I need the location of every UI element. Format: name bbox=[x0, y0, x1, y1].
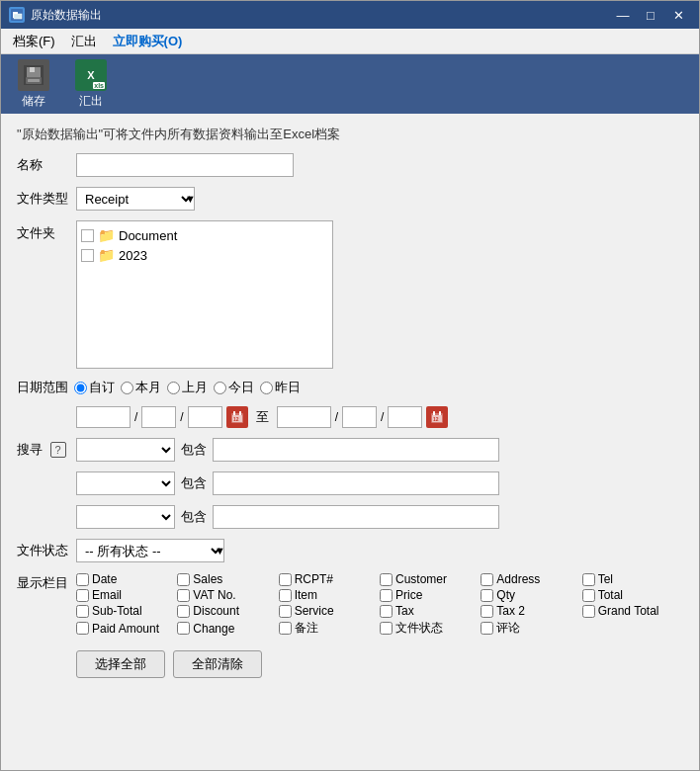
tree-item-2023[interactable]: 📁 2023 bbox=[81, 245, 328, 265]
export-label: 汇出 bbox=[79, 93, 103, 110]
col-discount[interactable]: Discount bbox=[177, 604, 278, 618]
col-rcpt-check[interactable] bbox=[279, 573, 292, 586]
radio-last-month[interactable]: 上月 bbox=[167, 379, 208, 396]
col-vat[interactable]: VAT No. bbox=[177, 588, 278, 602]
save-button[interactable]: 储存 bbox=[9, 59, 58, 110]
search-input-3[interactable] bbox=[213, 505, 499, 529]
col-address[interactable]: Address bbox=[481, 572, 581, 586]
help-badge[interactable]: ? bbox=[50, 442, 66, 458]
close-button[interactable]: ✕ bbox=[665, 5, 691, 25]
col-vat-label: VAT No. bbox=[193, 588, 235, 602]
search-dropdown-3[interactable] bbox=[76, 505, 175, 529]
col-qty-check[interactable] bbox=[481, 589, 493, 602]
col-price-check[interactable] bbox=[380, 589, 393, 602]
minimize-button[interactable]: — bbox=[610, 5, 636, 25]
col-change[interactable]: Change bbox=[177, 620, 278, 637]
radio-custom[interactable]: 自订 bbox=[74, 379, 115, 396]
file-type-select[interactable]: Receipt Invoice Order Quote bbox=[76, 187, 195, 211]
date-from-calendar-button[interactable]: 12 bbox=[226, 406, 248, 428]
date-to-year[interactable] bbox=[277, 406, 331, 428]
col-qty-label: Qty bbox=[496, 588, 515, 602]
col-service-check[interactable] bbox=[279, 605, 292, 618]
col-total-check[interactable] bbox=[582, 589, 595, 602]
col-review-check[interactable] bbox=[481, 622, 493, 635]
col-email-check[interactable] bbox=[76, 589, 89, 602]
radio-yesterday[interactable]: 昨日 bbox=[260, 379, 301, 396]
search-input-1[interactable] bbox=[213, 438, 499, 462]
col-service[interactable]: Service bbox=[279, 604, 380, 618]
radio-this-month-input[interactable] bbox=[121, 382, 133, 394]
col-sales-check[interactable] bbox=[177, 573, 190, 586]
file-status-select[interactable]: -- 所有状态 -- 已完成 待处理 已取消 bbox=[76, 539, 224, 562]
col-review[interactable]: 评论 bbox=[481, 620, 581, 637]
radio-this-month[interactable]: 本月 bbox=[121, 379, 161, 396]
col-email[interactable]: Email bbox=[76, 588, 177, 602]
menu-file[interactable]: 档案(F) bbox=[5, 31, 63, 52]
select-all-button[interactable]: 选择全部 bbox=[76, 650, 165, 678]
date-from-day[interactable] bbox=[188, 406, 222, 428]
col-remarks-check[interactable] bbox=[279, 622, 292, 635]
calendar-icon-from: 12 bbox=[231, 411, 243, 423]
date-to-calendar-button[interactable]: 12 bbox=[426, 406, 448, 428]
menu-buy[interactable]: 立即购买(O) bbox=[105, 31, 191, 52]
col-item[interactable]: Item bbox=[279, 588, 380, 602]
col-qty[interactable]: Qty bbox=[481, 588, 581, 602]
col-sub-total[interactable]: Sub-Total bbox=[76, 604, 177, 618]
name-input[interactable] bbox=[76, 153, 294, 177]
col-vat-check[interactable] bbox=[177, 589, 190, 602]
col-date-check[interactable] bbox=[76, 573, 89, 586]
radio-today-input[interactable] bbox=[214, 382, 226, 394]
search-dropdown-1[interactable] bbox=[76, 438, 175, 462]
tree-item-document[interactable]: 📁 Document bbox=[81, 225, 328, 245]
radio-last-month-label: 上月 bbox=[182, 379, 208, 396]
search-main-label: 搜寻 ? bbox=[17, 441, 68, 459]
col-grand-total[interactable]: Grand Total bbox=[582, 604, 683, 618]
col-total[interactable]: Total bbox=[582, 588, 683, 602]
col-paid-amount[interactable]: Paid Amount bbox=[76, 620, 177, 637]
col-rcpt[interactable]: RCPT# bbox=[279, 572, 380, 586]
col-remarks[interactable]: 备注 bbox=[279, 620, 380, 637]
date-to-month[interactable] bbox=[342, 406, 377, 428]
col-review-label: 评论 bbox=[496, 620, 520, 637]
col-email-label: Email bbox=[92, 588, 122, 602]
col-tax2[interactable]: Tax 2 bbox=[481, 604, 581, 618]
col-sub-total-check[interactable] bbox=[76, 605, 89, 618]
col-sales[interactable]: Sales bbox=[177, 572, 278, 586]
col-tel-check[interactable] bbox=[582, 573, 595, 586]
tree-checkbox-document[interactable] bbox=[81, 229, 94, 242]
export-toolbar-button[interactable]: X 汇出 bbox=[66, 59, 116, 110]
radio-custom-input[interactable] bbox=[74, 382, 87, 394]
svg-rect-10 bbox=[233, 411, 235, 415]
menu-export[interactable]: 汇出 bbox=[63, 31, 105, 52]
search-dropdown-2[interactable] bbox=[76, 471, 175, 495]
radio-last-month-input[interactable] bbox=[167, 382, 180, 394]
date-to-text: 至 bbox=[256, 408, 269, 426]
title-bar: 原始数据输出 — □ ✕ bbox=[1, 1, 699, 29]
col-change-check[interactable] bbox=[177, 622, 190, 635]
col-customer-check[interactable] bbox=[380, 573, 393, 586]
date-to-day[interactable] bbox=[388, 406, 422, 428]
col-item-check[interactable] bbox=[279, 589, 292, 602]
date-from-month[interactable] bbox=[141, 406, 176, 428]
col-discount-check[interactable] bbox=[177, 605, 190, 618]
col-tax-check[interactable] bbox=[380, 605, 393, 618]
col-customer[interactable]: Customer bbox=[380, 572, 481, 586]
col-tel[interactable]: Tel bbox=[582, 572, 683, 586]
folder-label: 文件夹 bbox=[17, 220, 68, 242]
col-address-check[interactable] bbox=[481, 573, 493, 586]
col-date[interactable]: Date bbox=[76, 572, 177, 586]
tree-checkbox-2023[interactable] bbox=[81, 249, 94, 262]
radio-yesterday-input[interactable] bbox=[260, 382, 273, 394]
maximize-button[interactable]: □ bbox=[638, 5, 663, 25]
col-tax2-check[interactable] bbox=[481, 605, 493, 618]
col-grand-total-check[interactable] bbox=[582, 605, 595, 618]
date-from-year[interactable] bbox=[76, 406, 131, 428]
search-input-2[interactable] bbox=[213, 471, 499, 495]
radio-today[interactable]: 今日 bbox=[214, 379, 254, 396]
col-file-status[interactable]: 文件状态 bbox=[380, 620, 481, 637]
col-tax[interactable]: Tax bbox=[380, 604, 481, 618]
col-price[interactable]: Price bbox=[380, 588, 481, 602]
clear-all-button[interactable]: 全部清除 bbox=[173, 650, 262, 678]
col-paid-amount-check[interactable] bbox=[76, 622, 89, 635]
col-file-status-check[interactable] bbox=[380, 622, 393, 635]
